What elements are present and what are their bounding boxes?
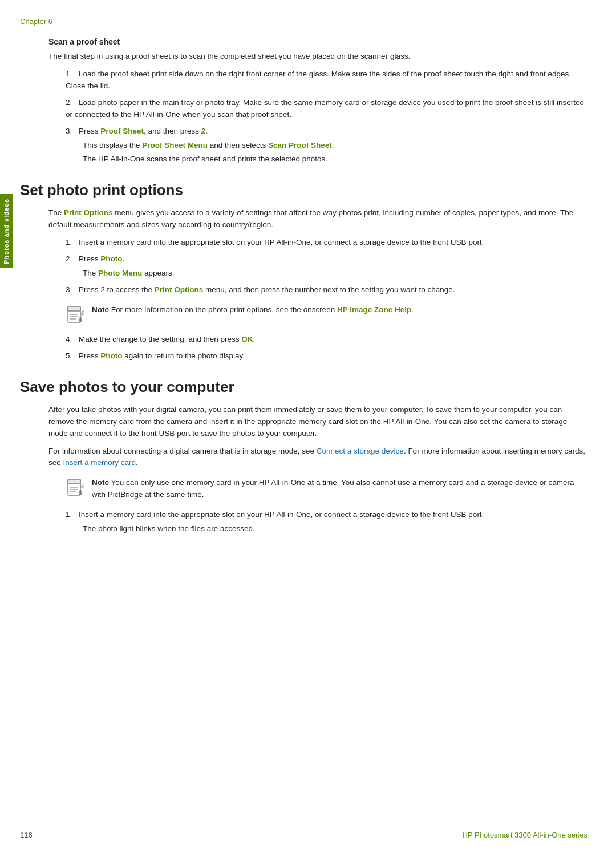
print-options-link-2: Print Options [155, 285, 204, 294]
save-photos-heading: Save photos to your computer [20, 378, 587, 396]
set-photo-step-5: 5. Press Photo again to return to the ph… [66, 350, 587, 362]
note-print-options-text: Note For more information on the photo p… [92, 304, 414, 316]
note-box-print-options: Note For more information on the photo p… [66, 304, 587, 326]
step-number: 2. [66, 254, 72, 263]
note-save-photos-text: Note You can only use one memory card in… [92, 477, 587, 501]
set-photo-intro: The Print Options menu gives you access … [48, 207, 587, 231]
set-photo-step-2-sub: The Photo Menu appears. [83, 268, 587, 280]
set-photo-step-3: 3. Press 2 to access the Print Options m… [66, 284, 587, 296]
step-number: 3. [66, 285, 72, 294]
note-box-save-photos: Note You can only use one memory card in… [66, 477, 587, 501]
scan-step-3: 3. Press Proof Sheet, and then press 2. … [66, 126, 587, 166]
proof-sheet-menu-link: Proof Sheet Menu [142, 141, 208, 149]
insert-memory-card-link[interactable]: Insert a memory card [63, 458, 136, 467]
svg-point-11 [80, 485, 84, 488]
note-icon-2 [66, 478, 86, 499]
press-2: 2 [201, 127, 206, 135]
photo-link-2: Photo [100, 351, 122, 360]
scan-step-3-line1: Press Proof Sheet, and then press 2. [79, 127, 208, 135]
set-photo-step-1-text: Insert a memory card into the appropriat… [79, 238, 484, 246]
connect-storage-link[interactable]: Connect a storage device [317, 447, 404, 455]
set-photo-step-2: 2. Press Photo. The Photo Menu appears. [66, 253, 587, 280]
save-photos-step-1-sub: The photo light blinks when the files ar… [83, 523, 587, 535]
ok-link: OK [241, 335, 253, 343]
scan-step-1: 1. Load the proof sheet print side down … [66, 68, 587, 92]
scan-proof-intro: The final step in using a proof sheet is… [48, 51, 587, 63]
chapter-label: Chapter 6 [20, 17, 587, 26]
scan-proof-sheet-title: Scan a proof sheet [48, 37, 587, 46]
step-number: 4. [66, 335, 72, 343]
svg-rect-1 [68, 306, 80, 311]
print-options-link-1: Print Options [64, 208, 113, 217]
scan-step-3-sub1: This displays the Proof Sheet Menu and t… [83, 140, 587, 152]
footer: 116 HP Photosmart 3300 All-in-One series [20, 826, 587, 839]
step-number: 1. [66, 70, 72, 78]
photo-link: Photo [100, 254, 122, 263]
scan-proof-sheet-link: Scan Proof Sheet [268, 141, 332, 149]
step-number: 1. [66, 238, 72, 246]
scan-step-2-text: Load photo paper in the main tray or pho… [66, 98, 584, 119]
side-tab-label: Photos and videos [3, 199, 10, 264]
save-photos-para1: After you take photos with your digital … [48, 404, 587, 440]
set-photo-step-4: 4. Make the change to the setting, and t… [66, 334, 587, 346]
step-number: 2. [66, 98, 72, 107]
step-number: 1. [66, 510, 72, 519]
svg-rect-7 [68, 479, 80, 484]
side-tab: Photos and videos [0, 194, 13, 268]
note-icon [66, 305, 86, 326]
scan-step-1-text: Load the proof sheet print side down on … [66, 70, 571, 90]
scan-step-3-sub2: The HP All-in-One scans the proof sheet … [83, 153, 587, 165]
photo-menu-link: Photo Menu [98, 269, 142, 277]
svg-point-5 [80, 312, 84, 316]
set-photo-step-1: 1. Insert a memory card into the appropr… [66, 237, 587, 249]
footer-page-number: 116 [20, 831, 33, 839]
save-photos-para2: For information about connecting a digit… [48, 446, 587, 470]
step-number: 5. [66, 351, 72, 360]
save-photos-step-1: 1. Insert a memory card into the appropr… [66, 509, 587, 535]
footer-product-name: HP Photosmart 3300 All-in-One series [463, 831, 587, 839]
proof-sheet-link: Proof Sheet [100, 127, 144, 135]
step-number: 3. [66, 127, 72, 135]
scan-step-2: 2. Load photo paper in the main tray or … [66, 97, 587, 121]
set-photo-print-heading: Set photo print options [20, 181, 587, 199]
hp-image-zone-link: HP Image Zone Help [337, 305, 411, 314]
